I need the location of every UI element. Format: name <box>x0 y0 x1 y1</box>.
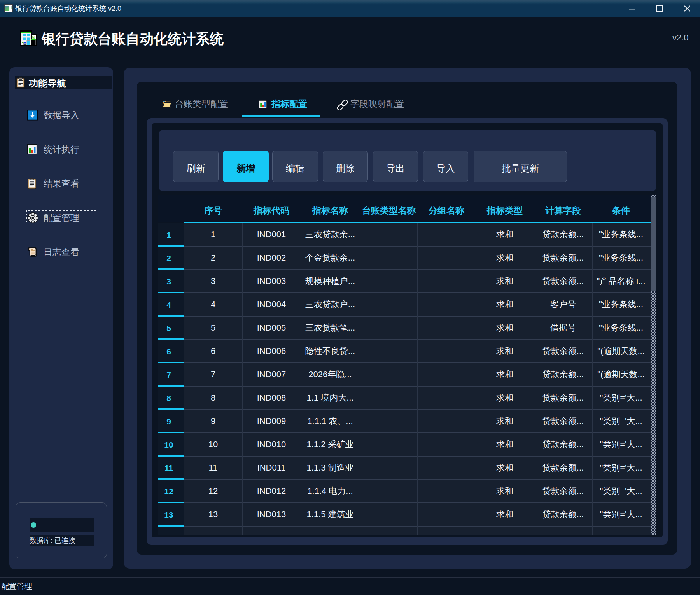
svg-text:B: B <box>33 36 35 38</box>
